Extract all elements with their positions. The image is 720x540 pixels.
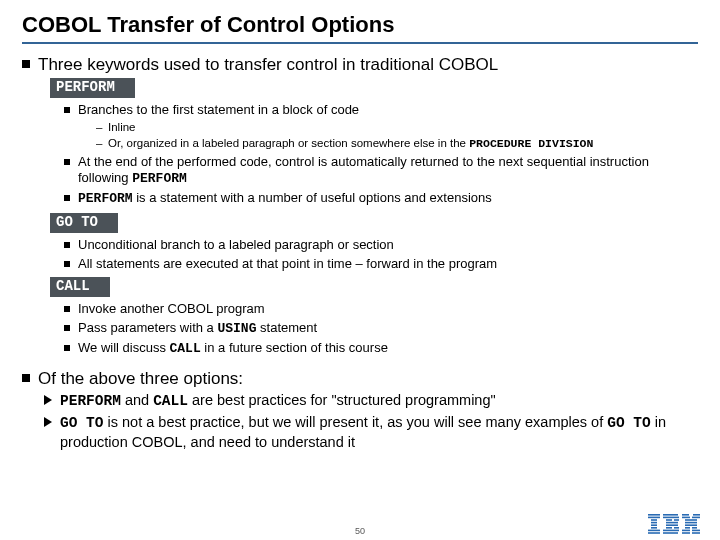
svg-rect-9 [663, 517, 679, 519]
svg-rect-3 [651, 522, 657, 524]
svg-rect-22 [685, 519, 691, 521]
svg-rect-5 [651, 527, 657, 529]
call-b3: We will discuss CALL in a future section… [64, 340, 698, 358]
summary-a1-c: CALL [153, 393, 188, 409]
summary-a2-c: GO TO [607, 415, 651, 431]
goto-b2: All statements are executed at that poin… [64, 256, 698, 273]
svg-rect-11 [674, 519, 679, 521]
svg-rect-19 [693, 514, 700, 516]
intro-text: Three keywords used to transfer control … [38, 55, 498, 74]
summary-a1-d: are best practices for "structured progr… [188, 392, 496, 408]
svg-rect-7 [648, 532, 660, 534]
svg-rect-1 [648, 517, 660, 519]
svg-rect-28 [685, 527, 690, 529]
summary-heading: Of the above three options: [38, 369, 243, 388]
perform-b1-text: Branches to the first statement in a blo… [78, 102, 359, 117]
keyword-perform: PERFORM [50, 78, 135, 98]
svg-rect-0 [648, 514, 660, 516]
summary-a1: PERFORM and CALL are best practices for … [44, 391, 698, 411]
keyword-goto: GO TO [50, 213, 118, 233]
perform-b3-b: is a statement with a number of useful o… [133, 190, 492, 205]
ibm-logo [648, 514, 700, 534]
summary-a2-a: GO TO [60, 415, 104, 431]
perform-b3-a: PERFORM [78, 191, 133, 206]
svg-rect-13 [666, 524, 678, 526]
intro-bullet: Three keywords used to transfer control … [22, 54, 698, 358]
svg-rect-2 [651, 519, 657, 521]
call-b1: Invoke another COBOL program [64, 301, 698, 318]
goto-b1: Unconditional branch to a labeled paragr… [64, 237, 698, 254]
svg-rect-29 [692, 527, 697, 529]
keyword-call: CALL [50, 277, 110, 297]
summary-bullet: Of the above three options: PERFORM and … [22, 368, 698, 452]
perform-sub2: Or, organized in a labeled paragraph or … [96, 136, 698, 152]
call-b2-c: statement [256, 320, 317, 335]
summary-a2-b: is not a best practice, but we will pres… [104, 414, 608, 430]
perform-b1: Branches to the first statement in a blo… [64, 102, 698, 152]
svg-rect-8 [663, 514, 678, 516]
perform-sub1: Inline [96, 120, 698, 135]
svg-rect-25 [685, 524, 690, 526]
svg-rect-17 [663, 532, 678, 534]
perform-b3: PERFORM is a statement with a number of … [64, 190, 698, 208]
summary-a2: GO TO is not a best practice, but we wil… [44, 413, 698, 452]
summary-a1-b: and [121, 392, 153, 408]
perform-sub2-a: Or, organized in a labeled paragraph or … [108, 137, 469, 149]
call-b3-c: in a future section of this course [201, 340, 388, 355]
svg-rect-27 [690, 524, 692, 526]
svg-rect-10 [666, 519, 672, 521]
call-b2-a: Pass parameters with a [78, 320, 217, 335]
perform-sub2-b: PROCEDURE DIVISION [469, 137, 593, 150]
perform-b2: At the end of the performed code, contro… [64, 154, 698, 189]
page-number: 50 [0, 526, 720, 536]
svg-rect-15 [674, 527, 679, 529]
svg-rect-33 [692, 532, 700, 534]
svg-rect-4 [651, 524, 657, 526]
svg-rect-31 [692, 530, 700, 532]
svg-rect-20 [682, 517, 690, 519]
svg-rect-30 [682, 530, 690, 532]
svg-rect-21 [692, 517, 700, 519]
call-b2: Pass parameters with a USING statement [64, 320, 698, 338]
svg-rect-6 [648, 530, 660, 532]
call-b2-b: USING [217, 321, 256, 336]
svg-rect-23 [691, 519, 697, 521]
svg-rect-32 [682, 532, 690, 534]
svg-rect-16 [663, 530, 679, 532]
svg-rect-12 [666, 522, 678, 524]
svg-rect-26 [692, 524, 697, 526]
svg-rect-24 [685, 522, 697, 524]
summary-a1-a: PERFORM [60, 393, 121, 409]
call-b3-b: CALL [170, 341, 201, 356]
title-rule [22, 42, 698, 44]
svg-rect-18 [682, 514, 689, 516]
call-b3-a: We will discuss [78, 340, 170, 355]
svg-rect-14 [666, 527, 672, 529]
slide-title: COBOL Transfer of Control Options [22, 12, 698, 38]
perform-b2-b: PERFORM [132, 171, 187, 186]
